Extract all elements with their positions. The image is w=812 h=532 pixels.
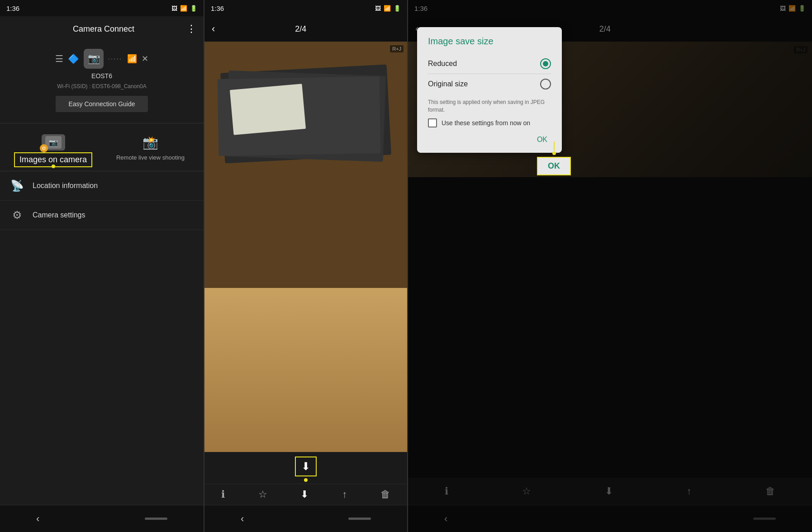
- radio-original[interactable]: [540, 79, 551, 89]
- dialog-note: This setting is applied only when saving…: [428, 99, 551, 114]
- divider-1: [0, 123, 204, 123]
- option-original[interactable]: Original size: [428, 74, 551, 94]
- ok-line: [554, 141, 555, 151]
- dialog-actions: OK: [428, 134, 551, 146]
- table-surface: [204, 288, 407, 452]
- menu-item-location[interactable]: 📡 Location information: [0, 171, 204, 201]
- format-badge: R+J: [390, 45, 404, 52]
- remote-tab-icon: 📸: [141, 132, 161, 152]
- easy-connection-button[interactable]: Easy Connection Guide: [56, 96, 147, 112]
- tab-remote-live-view[interactable]: 📸 Remote live view shooting: [102, 127, 199, 171]
- reduced-label: Reduced: [428, 60, 457, 68]
- envelope: [230, 84, 306, 135]
- camera-icon: 📷: [84, 49, 104, 69]
- toolbar-row-2: ℹ ☆ ⬇ ↑ 🗑: [204, 484, 407, 505]
- list-icon: ☰: [55, 53, 63, 64]
- top-bar-1: Camera Connect ⋮: [0, 16, 204, 42]
- settings-checkbox-row[interactable]: Use these settings from now on: [428, 118, 551, 127]
- photo-image: R+J: [204, 42, 407, 452]
- tab-active-dot: [52, 165, 55, 168]
- panel-image-viewer: 1:36 🖼 📶 🔋 ‹ 2/4 R+J ⬇: [204, 0, 407, 532]
- photo-area: R+J: [204, 42, 407, 452]
- dialog-overlay: Image save size Reduced Original size Th…: [408, 0, 812, 532]
- settings-checkbox[interactable]: [428, 118, 437, 127]
- connection-icons: ☰ 🔷 📷 ····· 📶 ✕: [55, 49, 148, 69]
- page-indicator-2: 2/4: [215, 24, 386, 34]
- gallery-icon-2: 🖼: [375, 5, 381, 12]
- status-icons-2: 🖼 📶 🔋: [375, 5, 401, 12]
- delete-icon-2[interactable]: 🗑: [380, 489, 390, 500]
- menu-item-camera-settings[interactable]: ⚙ Camera settings: [0, 201, 204, 230]
- signal-icon: 📶: [180, 5, 187, 12]
- connection-area: ☰ 🔷 📷 ····· 📶 ✕ EOST6 Wi-Fi (SSID) : EOS…: [0, 42, 204, 119]
- remote-tab-label: Remote live view shooting: [116, 154, 185, 161]
- signal-icon-2: 📶: [384, 5, 391, 12]
- wifi-ssid: Wi-Fi (SSID) : EOST6-098_Canon0A: [57, 83, 146, 89]
- camera-badge: 📷 ⚙: [42, 134, 65, 151]
- camera-settings-label: Camera settings: [33, 211, 85, 219]
- image-save-dialog: Image save size Reduced Original size Th…: [417, 27, 562, 153]
- location-icon: 📡: [9, 179, 25, 192]
- location-label: Location information: [33, 182, 98, 190]
- nav-back-1[interactable]: ‹: [36, 513, 39, 525]
- original-label: Original size: [428, 80, 468, 88]
- radio-reduced[interactable]: [540, 58, 551, 69]
- bottom-nav-1: ‹: [0, 505, 204, 532]
- ok-button-highlighted[interactable]: OK: [537, 157, 571, 175]
- more-options-icon[interactable]: ⋮: [186, 23, 196, 35]
- panel-camera-connect: 1:36 🖼 📶 🔋 Camera Connect ⋮ ☰ 🔷 📷 ····· …: [0, 0, 204, 532]
- info-icon-2[interactable]: ℹ: [221, 489, 225, 500]
- panel-save-dialog: 1:36 🖼 📶 🔋 ‹ 2/4 R+J ℹ ☆ ⬇ ↑ 🗑: [407, 0, 812, 532]
- download-area: ⬇: [204, 452, 407, 484]
- app-title: Camera Connect: [21, 24, 186, 34]
- close-icon: ✕: [142, 54, 148, 64]
- wifi-icon: 📶: [127, 54, 137, 64]
- download-icon-2[interactable]: ⬇: [300, 489, 309, 500]
- time-1: 1:36: [6, 5, 19, 12]
- bluetooth-icon: 🔷: [68, 53, 79, 64]
- status-bar-1: 1:36 🖼 📶 🔋: [0, 0, 204, 16]
- battery-icon: 🔋: [190, 5, 197, 12]
- camera-name: EOST6: [91, 72, 112, 80]
- radio-inner-reduced: [543, 61, 548, 66]
- menu-section: 📷 ⚙ Images on camera 📸 Remote live view …: [0, 127, 204, 505]
- gear-icon: ⚙: [40, 144, 48, 152]
- nav-back-2[interactable]: ‹: [241, 513, 244, 525]
- star-icon-2[interactable]: ☆: [258, 489, 267, 500]
- menu-tabs: 📷 ⚙ Images on camera 📸 Remote live view …: [0, 127, 204, 171]
- back-button-2[interactable]: ‹: [212, 23, 215, 35]
- home-pill-2[interactable]: [348, 518, 371, 520]
- download-button[interactable]: ⬇: [295, 457, 317, 476]
- ok-dot: [552, 151, 556, 155]
- status-bar-2: 1:36 🖼 📶 🔋: [204, 0, 407, 16]
- checkbox-label: Use these settings from now on: [442, 119, 530, 127]
- top-bar-2: ‹ 2/4: [204, 16, 407, 42]
- download-icon: ⬇: [301, 460, 310, 473]
- download-button-wrap: ⬇: [295, 457, 317, 482]
- bottom-nav-2: ‹: [204, 505, 407, 532]
- ok-highlight-wrap: OK: [537, 141, 571, 175]
- home-pill-1[interactable]: [145, 518, 167, 520]
- battery-icon-2: 🔋: [394, 5, 401, 12]
- time-2: 1:36: [211, 5, 224, 12]
- dialog-title: Image save size: [428, 36, 551, 47]
- dots-icon: ·····: [108, 56, 123, 62]
- camera-settings-icon: ⚙: [9, 209, 25, 221]
- option-reduced[interactable]: Reduced: [428, 54, 551, 74]
- status-icons-1: 🖼 📶 🔋: [171, 5, 197, 12]
- download-dot: [304, 478, 308, 482]
- share-icon-2[interactable]: ↑: [342, 489, 347, 500]
- gallery-icon: 🖼: [171, 5, 177, 12]
- tab-images-on-camera[interactable]: 📷 ⚙ Images on camera: [5, 127, 102, 171]
- images-tab-icon: 📷 ⚙: [43, 132, 63, 152]
